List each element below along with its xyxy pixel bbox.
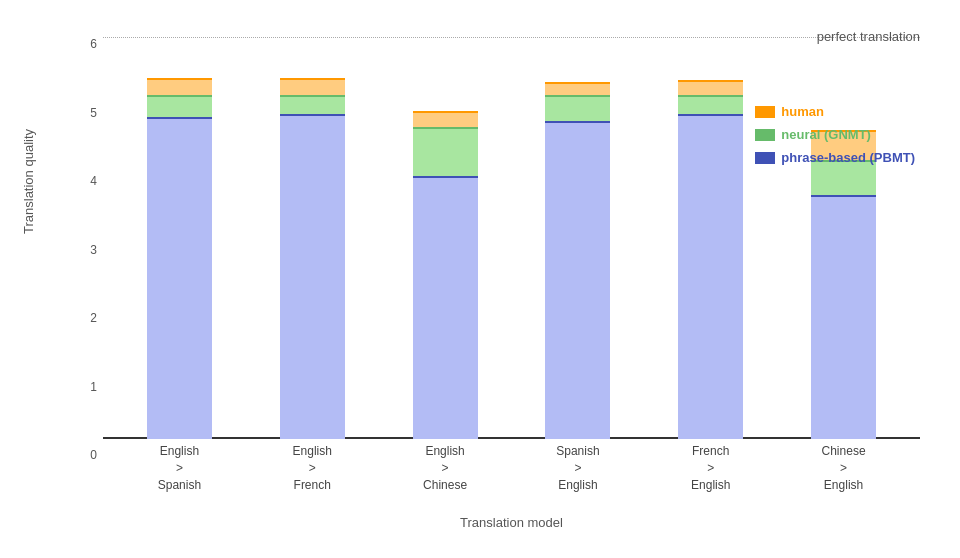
bar-group [139, 78, 219, 439]
x-labels: English>SpanishEnglish>FrenchEnglish>Chi… [103, 443, 920, 513]
bar-stack [147, 78, 212, 439]
bar-group [405, 111, 485, 439]
y-axis-title: Translation quality [21, 129, 36, 234]
legend-pbmt-label: phrase-based (PBMT) [781, 150, 915, 165]
bar-gnmt [147, 95, 212, 118]
x-label: French>English [671, 443, 751, 513]
bar-human [147, 78, 212, 94]
legend-pbmt: phrase-based (PBMT) [755, 150, 915, 165]
bar-group [538, 82, 618, 440]
legend-human: human [755, 104, 915, 119]
gnmt-swatch [755, 129, 775, 141]
bar-pbmt [545, 121, 610, 440]
y-label-3: 3 [75, 243, 103, 257]
y-axis: 0 1 2 3 4 5 6 [75, 29, 103, 534]
bar-gnmt [545, 95, 610, 121]
y-label-5: 5 [75, 106, 103, 120]
bar-gnmt [413, 127, 478, 176]
y-label-6: 6 [75, 37, 103, 51]
bar-stack [280, 78, 345, 439]
bar-human [545, 82, 610, 95]
x-axis-title: Translation model [103, 515, 920, 530]
bar-stack [811, 130, 876, 439]
bar-pbmt [413, 176, 478, 439]
bars-container [103, 29, 920, 439]
bar-human [280, 78, 345, 94]
bar-pbmt [678, 114, 743, 439]
bar-pbmt [280, 114, 345, 439]
bar-human [678, 80, 743, 94]
bar-gnmt [678, 95, 743, 115]
y-label-1: 1 [75, 380, 103, 394]
chart-container: Translation quality 0 1 2 3 4 5 6 perfec… [20, 14, 940, 544]
legend: human neural (GNMT) phrase-based (PBMT) [755, 104, 915, 165]
bar-group [272, 78, 352, 439]
x-label: English>Spanish [139, 443, 219, 513]
bar-stack [678, 80, 743, 439]
bar-stack [413, 111, 478, 439]
plot-area: perfect translation [103, 29, 920, 439]
y-label-2: 2 [75, 311, 103, 325]
bar-pbmt [811, 195, 876, 439]
legend-gnmt: neural (GNMT) [755, 127, 915, 142]
y-label-0: 0 [75, 448, 103, 462]
pbmt-swatch [755, 152, 775, 164]
bar-human [413, 111, 478, 127]
bar-gnmt [280, 95, 345, 115]
x-label: Chinese>English [804, 443, 884, 513]
legend-gnmt-label: neural (GNMT) [781, 127, 871, 142]
bar-stack [545, 82, 610, 440]
bar-group [671, 80, 751, 439]
legend-human-label: human [781, 104, 824, 119]
human-swatch [755, 106, 775, 118]
x-label: English>French [272, 443, 352, 513]
bar-group [804, 130, 884, 439]
bar-pbmt [147, 117, 212, 439]
x-label: English>Chinese [405, 443, 485, 513]
x-label: Spanish>English [538, 443, 618, 513]
y-label-4: 4 [75, 174, 103, 188]
